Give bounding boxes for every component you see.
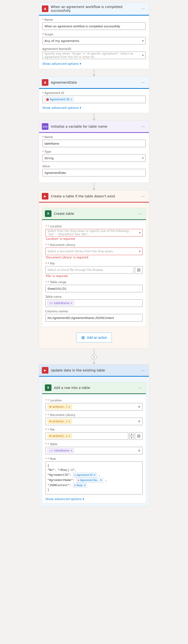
acrobat-icon: A — [42, 6, 48, 12]
update-table-label: * * Table — [45, 442, 143, 446]
create-table-action-icon: ▶ — [42, 193, 48, 200]
var-value-field-group: Value — [42, 165, 146, 176]
initialize-variable-title: Initialize a variable for table name — [51, 124, 137, 128]
connector-line-4 — [94, 348, 94, 354]
var-name-field-group: * Name — [42, 136, 146, 147]
connector-2 — [39, 113, 149, 120]
scope-dropdown[interactable]: Any of my agreements ▾ — [42, 37, 146, 44]
table-name-tag-close[interactable]: ✕ — [71, 302, 72, 304]
update-table-field-group: * * Table {x} tableName ✕ ✕ — [45, 442, 143, 454]
var-value-input[interactable] — [42, 169, 146, 176]
name-input[interactable] — [42, 22, 146, 30]
connector-line-2 — [94, 113, 94, 119]
scope-field-group: * Scope Any of my agreements ▾ — [42, 33, 146, 44]
type-chevron-icon: ▾ — [142, 156, 144, 160]
var-name-input[interactable] — [42, 140, 146, 147]
table-name-tag-input[interactable]: {x} tableName ✕ — [45, 300, 143, 307]
file-up-button[interactable]: ▲ — [129, 432, 134, 436]
trigger-card-body: * Name * Scope Any of my agreements ▾ Ag… — [39, 16, 149, 69]
table-range-input[interactable] — [45, 285, 143, 292]
fx-icon-2: fx — [49, 420, 51, 422]
agreement-name-row-tag-close[interactable]: ✕ — [100, 478, 102, 482]
update-file-row: fx actions(...) ✕ ▲ ▼ ⊞ — [45, 432, 143, 440]
create-table-inner-more-button[interactable]: ··· — [137, 211, 143, 217]
var-type-dropdown[interactable]: String ▾ — [42, 154, 146, 162]
agreement-data-show-advanced[interactable]: Show advanced options ▾ — [42, 106, 146, 110]
agreement-name-placeholder: Specify only when "Scope" is "A specific… — [44, 52, 142, 59]
agreement-name-dropdown[interactable]: Specify only when "Scope" is "A specific… — [42, 52, 146, 59]
connector-line — [94, 69, 94, 75]
doc-library-placeholder: Select a document library from the drop-… — [47, 250, 114, 253]
location-clear-icon[interactable]: ✕ — [138, 405, 141, 409]
agreement-id-tag-close[interactable]: ✕ — [70, 98, 72, 101]
row-multiline-content[interactable]: { "No": "=Row()-1", "AgreementID": A Agr… — [45, 462, 143, 494]
var-value-label: Value — [42, 165, 146, 168]
trigger-card-header: A When an agreement workflow is complete… — [39, 2, 149, 16]
file-down-button[interactable]: ▼ — [129, 436, 134, 440]
initialize-variable-more-button[interactable]: ··· — [140, 124, 146, 130]
create-table-outer-more-button[interactable]: ··· — [140, 194, 146, 199]
update-data-inner-more-button[interactable]: ··· — [137, 385, 143, 391]
trigger-card: A When an agreement workflow is complete… — [39, 2, 149, 69]
update-data-show-advanced[interactable]: Show advanced options ▾ — [45, 497, 143, 501]
trigger-more-button[interactable]: ··· — [140, 6, 146, 12]
connector-arrow-4 — [93, 362, 95, 364]
update-table-tag-input[interactable]: {x} tableName ✕ ✕ — [45, 447, 143, 454]
table-tag-close[interactable]: ✕ — [71, 450, 72, 452]
update-location-field-group: * * Location fx actions(...) ✕ ✕ — [45, 399, 143, 410]
table-clear-icon[interactable]: ✕ — [138, 449, 141, 452]
agreement-name-row-tag: A Agreement Na... ✕ — [76, 478, 103, 483]
update-data-outer-body: X Add a row into a table ··· * * Locatio… — [39, 377, 149, 506]
create-doc-library-dropdown[interactable]: Select a document library from the drop-… — [45, 248, 143, 255]
create-table-inner-header: X Create table ··· — [42, 208, 146, 220]
create-file-tag-input[interactable]: Select an Excel file through File Browse… — [45, 266, 134, 274]
table-name-label: Table name — [45, 295, 143, 298]
update-data-inner-title: Add a row into a table — [54, 386, 134, 390]
agreement-data-body: * Agreement ID 🔴 Agreement ID ✕ Show adv… — [39, 89, 149, 113]
trigger-show-advanced[interactable]: Show advanced options ▾ — [42, 62, 146, 66]
update-table-tags: {x} tableName ✕ — [47, 448, 138, 453]
json-content-row-tag-close[interactable]: ✕ — [84, 483, 86, 488]
columns-label: Columns names — [45, 310, 143, 313]
create-file-field-group: * * File Select an Excel file through Fi… — [45, 262, 143, 278]
update-doc-library-tag: fx actions(...) ✕ — [47, 419, 72, 424]
row-content: { "No": "=Row()-1", "AgreementID": A Agr… — [47, 464, 141, 492]
add-action-button[interactable]: ⊕ Add an action — [76, 332, 112, 342]
initialize-variable-card: {x} Initialize a variable for table name… — [39, 120, 149, 183]
create-location-dropdown[interactable]: Select from the drop-down or specify one… — [45, 229, 143, 236]
update-doc-library-field-group: * * Document Library fx actions(...) ✕ ✕ — [45, 414, 143, 425]
update-row-field-group: * * Row { "No": "=Row()-1", "AgreementID… — [45, 457, 143, 494]
location-tag-close[interactable]: ✕ — [68, 406, 70, 408]
update-data-outer-more-button[interactable]: ··· — [140, 368, 146, 373]
update-data-inner-header: X Add a row into a table ··· — [42, 382, 146, 394]
update-file-tags: fx actions(...) ✕ — [47, 434, 126, 438]
doc-library-clear-icon[interactable]: ✕ — [138, 420, 141, 423]
create-location-label: * * Location — [45, 225, 143, 228]
update-location-tag-input[interactable]: fx actions(...) ✕ ✕ — [45, 403, 143, 410]
add-action-wrapper: ⊕ Add an action — [42, 331, 146, 344]
columns-input[interactable] — [45, 314, 143, 322]
agreement-name-label: Agreement Name/ID — [42, 47, 146, 51]
update-doc-library-label: * * Document Library — [45, 414, 143, 417]
create-doc-library-label: * * Document Library — [45, 243, 143, 246]
table-range-field-group: * * Table range — [45, 280, 143, 292]
agreement-id-row-tag-close[interactable]: ✕ — [94, 473, 96, 477]
name-field-group: * Name — [42, 18, 146, 30]
create-table-outer-header: ▶ Create a table if the table doesn't ex… — [39, 190, 149, 202]
doc-library-tag-close[interactable]: ✕ — [68, 420, 70, 423]
update-location-tags: fx actions(...) ✕ — [47, 404, 138, 409]
var-type-label: * Type — [42, 150, 146, 153]
doc-library-chevron-icon: ▾ — [139, 250, 141, 253]
create-table-inner-body: * * Location Select from the drop-down o… — [42, 222, 146, 327]
agreement-id-tag-input[interactable]: 🔴 Agreement ID ✕ — [42, 96, 146, 103]
file-browse-button[interactable]: ⊞ — [135, 266, 143, 274]
update-file-browse-button[interactable]: ⊞ — [135, 432, 143, 440]
agreement-data-more-button[interactable]: ··· — [140, 80, 146, 86]
file-tag-close[interactable]: ✕ — [68, 435, 70, 438]
update-file-tag-input[interactable]: fx actions(...) ✕ — [45, 432, 128, 440]
connector-arrow — [93, 75, 95, 76]
update-doc-library-tag-input[interactable]: fx actions(...) ✕ ✕ — [45, 418, 143, 425]
acrobat-icon-2: A — [42, 79, 48, 86]
connector-line-4b — [94, 360, 94, 362]
update-data-outer-card: ▶ Update data in the existing table ··· … — [39, 364, 149, 506]
